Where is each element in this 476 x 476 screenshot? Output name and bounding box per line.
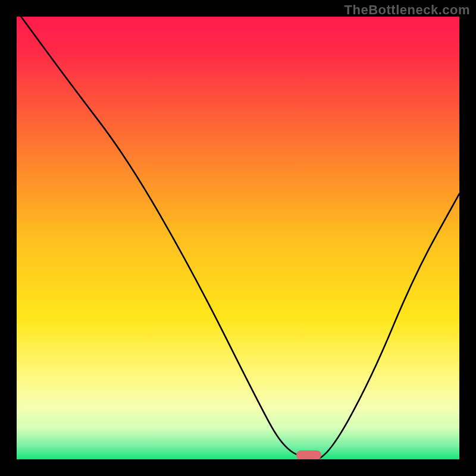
optimal-marker bbox=[296, 450, 321, 459]
bottleneck-curve bbox=[17, 17, 459, 459]
watermark-text: TheBottleneck.com bbox=[345, 2, 470, 18]
plot-area bbox=[17, 17, 459, 459]
chart-frame: TheBottleneck.com bbox=[0, 0, 476, 476]
